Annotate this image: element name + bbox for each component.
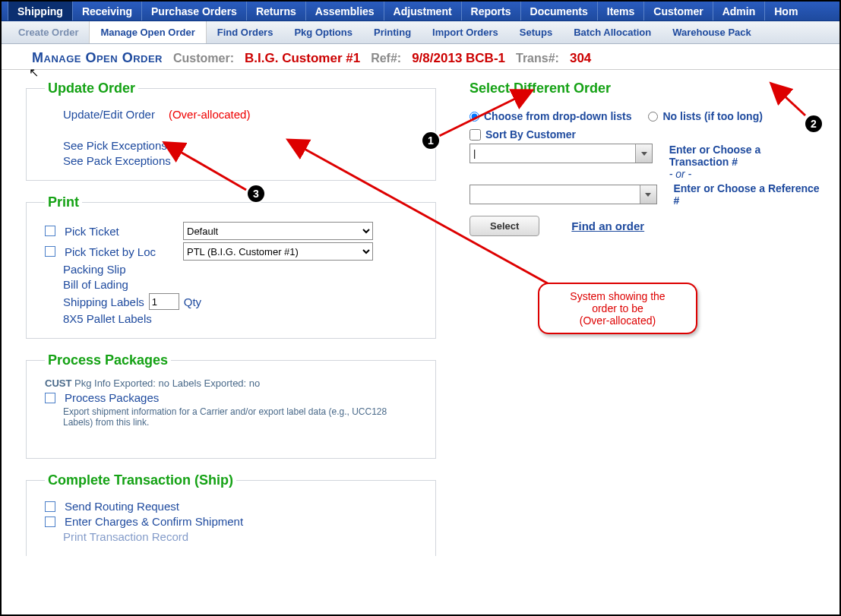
choose-dropdown-label: Choose from drop-down lists xyxy=(484,110,631,122)
send-routing-checkbox[interactable] xyxy=(45,501,55,512)
nav-documents[interactable]: Documents xyxy=(520,2,597,21)
page-title: Manage Open Order xyxy=(32,50,163,66)
hint-reference: Enter or Choose a Reference # xyxy=(673,182,820,207)
enter-charges-checkbox[interactable] xyxy=(45,516,55,527)
packing-slip-link[interactable]: Packing Slip xyxy=(63,263,126,276)
subnav-manage-open-order[interactable]: Manage Open Order xyxy=(89,21,206,43)
subnav-find-orders[interactable]: Find Orders xyxy=(207,21,284,43)
pick-ticket-loc-checkbox[interactable] xyxy=(45,246,55,257)
qty-label: Qty xyxy=(184,295,201,308)
reference-combo[interactable] xyxy=(470,185,657,204)
nav-customer[interactable]: Customer xyxy=(643,2,712,21)
nav-home[interactable]: Hom xyxy=(764,2,807,21)
bill-of-lading-link[interactable]: Bill of Lading xyxy=(63,278,128,291)
print-section: Print Pick Ticket Default Pick Ticket by… xyxy=(26,194,436,339)
ref-value: 9/8/2013 BCB-1 xyxy=(412,51,505,66)
chevron-down-icon[interactable] xyxy=(635,144,652,163)
process-packages-section: Process Packages CUST Pkg Info Exported:… xyxy=(26,352,436,459)
chevron-down-icon[interactable] xyxy=(640,185,656,204)
print-transaction-record-link[interactable]: Print Transaction Record xyxy=(63,530,188,543)
subnav-printing[interactable]: Printing xyxy=(363,21,422,43)
pick-ticket-link[interactable]: Pick Ticket xyxy=(65,225,179,238)
see-pack-exceptions-link[interactable]: See Pack Exceptions xyxy=(63,154,171,167)
process-packages-checkbox[interactable] xyxy=(45,393,55,403)
sub-nav: Create Order Manage Open Order Find Orde… xyxy=(2,21,839,44)
top-nav: Shipping Receiving Purchase Orders Retur… xyxy=(2,2,839,21)
nav-admin[interactable]: Admin xyxy=(713,2,765,21)
sort-by-customer-label: Sort By Customer xyxy=(485,128,576,141)
subnav-create-order[interactable]: Create Order xyxy=(8,21,89,43)
nav-purchase-orders[interactable]: Purchase Orders xyxy=(141,2,246,21)
subnav-import-orders[interactable]: Import Orders xyxy=(422,21,509,43)
reference-combo-input[interactable] xyxy=(470,185,640,202)
subnav-warehouse-pack[interactable]: Warehouse Pack xyxy=(662,21,762,43)
sort-by-customer-checkbox[interactable] xyxy=(470,129,481,141)
select-different-order-legend: Select Different Order xyxy=(470,81,611,96)
enter-charges-link[interactable]: Enter Charges & Confirm Shipment xyxy=(65,515,243,528)
hint-transaction: Enter or Choose a Transaction # xyxy=(669,144,820,168)
process-packages-desc: Export shipment information for a Carrie… xyxy=(63,406,390,428)
complete-transaction-section: Complete Transaction (Ship) Send Routing… xyxy=(26,472,436,556)
hint-or: - or - xyxy=(669,168,820,180)
transaction-combo-input[interactable] xyxy=(470,144,635,161)
complete-transaction-legend: Complete Transaction (Ship) xyxy=(45,472,236,488)
no-lists-label: No lists (if too long) xyxy=(662,110,762,122)
pick-ticket-loc-link[interactable]: Pick Ticket by Loc xyxy=(65,245,179,258)
no-lists-radio[interactable] xyxy=(648,112,658,122)
pick-ticket-select[interactable]: Default xyxy=(183,222,373,240)
transaction-combo[interactable] xyxy=(470,144,653,163)
nav-assemblies[interactable]: Assemblies xyxy=(305,2,384,21)
cursor-icon: ↖ xyxy=(29,65,39,80)
nav-items[interactable]: Items xyxy=(597,2,644,21)
select-button[interactable]: Select xyxy=(470,216,539,236)
ref-label: Ref#: xyxy=(371,52,401,65)
subnav-batch-allocation[interactable]: Batch Allocation xyxy=(563,21,662,43)
customer-label: Customer: xyxy=(173,52,234,65)
pallet-labels-link[interactable]: 8X5 Pallet Labels xyxy=(63,312,152,325)
nav-shipping[interactable]: Shipping xyxy=(8,2,72,21)
over-allocated-warning: (Over-allocated) xyxy=(169,108,251,121)
process-packages-legend: Process Packages xyxy=(45,352,171,368)
select-different-order-section: Select Different Order Choose from drop-… xyxy=(466,81,831,249)
page-header: Manage Open Order Customer: B.I.G. Custo… xyxy=(2,44,839,70)
nav-returns[interactable]: Returns xyxy=(246,2,305,21)
process-status-text: Pkg Info Exported: no Labels Exported: n… xyxy=(71,377,260,389)
subnav-pkg-options[interactable]: Pkg Options xyxy=(283,21,363,43)
find-an-order-link[interactable]: Find an order xyxy=(571,220,644,232)
trans-label: Trans#: xyxy=(516,52,559,65)
pick-ticket-loc-select[interactable]: PTL (B.I.G. Customer #1) xyxy=(183,242,373,261)
see-pick-exceptions-link[interactable]: See Pick Exceptions xyxy=(63,139,167,152)
update-order-section: Update Order Update/Edit Order (Over-all… xyxy=(26,81,436,181)
nav-reports[interactable]: Reports xyxy=(461,2,520,21)
choose-dropdown-radio[interactable] xyxy=(470,112,479,122)
shipping-qty-input[interactable] xyxy=(149,293,179,310)
process-status-prefix: CUST xyxy=(45,377,71,389)
nav-adjustment[interactable]: Adjustment xyxy=(384,2,461,21)
subnav-setups[interactable]: Setups xyxy=(509,21,563,43)
update-edit-order-link[interactable]: Update/Edit Order xyxy=(63,108,155,121)
print-legend: Print xyxy=(45,194,82,210)
nav-receiving[interactable]: Receiving xyxy=(72,2,141,21)
update-order-legend: Update Order xyxy=(45,81,138,96)
process-packages-link[interactable]: Process Packages xyxy=(65,391,159,404)
pick-ticket-checkbox[interactable] xyxy=(45,226,55,236)
shipping-labels-link[interactable]: Shipping Labels xyxy=(63,295,144,308)
customer-value: B.I.G. Customer #1 xyxy=(245,51,360,66)
send-routing-link[interactable]: Send Routing Request xyxy=(65,500,179,513)
trans-value: 304 xyxy=(570,51,591,66)
